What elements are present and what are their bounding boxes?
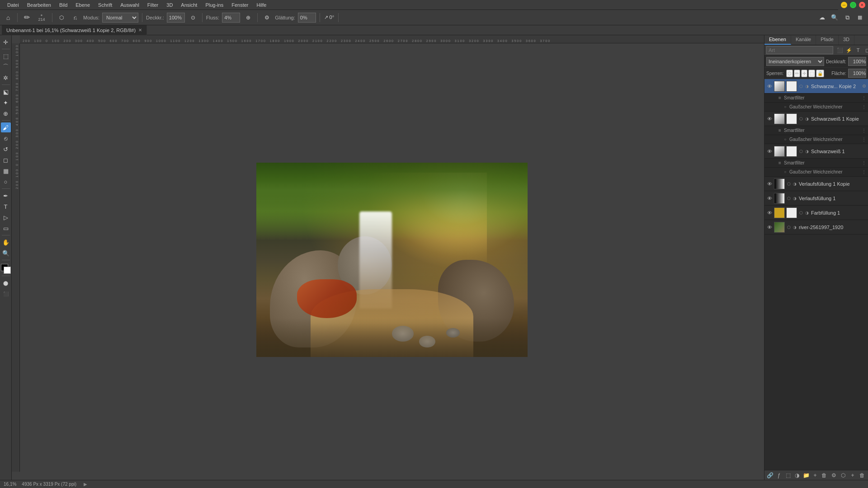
tab-3d[interactable]: 3D bbox=[839, 35, 854, 45]
lock-position-btn[interactable]: ✛ bbox=[801, 70, 807, 77]
opacity-input[interactable] bbox=[848, 57, 866, 66]
menu-bild[interactable]: Bild bbox=[56, 1, 71, 9]
quick-mask-btn[interactable]: ⬤ bbox=[1, 278, 11, 288]
layer-visibility-verlauf-kopie[interactable]: 👁 bbox=[766, 181, 773, 187]
eyedropper-tool[interactable]: ✦ bbox=[1, 98, 11, 108]
layer-item-schwarzw-kopie[interactable]: 👁 ⬡ ◑ Schwarzweiß 1 Kopie bbox=[764, 112, 868, 126]
angle-btn[interactable]: ↗ 0° bbox=[324, 12, 335, 23]
toggle-pressure-btn[interactable]: ⬡ bbox=[56, 12, 67, 23]
rectangular-marquee-tool[interactable]: ⬚ bbox=[1, 51, 11, 61]
close-button[interactable]: ✕ bbox=[859, 2, 865, 8]
layer-item-farbfullung[interactable]: 👁 ⬡ ◑ Farbfüllung 1 bbox=[764, 206, 868, 220]
layer-options-schwarzw-kopie2[interactable]: ⚙ bbox=[862, 84, 866, 89]
pen-tool[interactable]: ✒ bbox=[1, 191, 11, 201]
deckkraft-input[interactable] bbox=[167, 13, 185, 23]
delete-layer-btn[interactable]: 🗑 bbox=[821, 471, 828, 479]
lock-pixels-btn[interactable]: ✏ bbox=[794, 70, 800, 77]
menu-ansicht[interactable]: Ansicht bbox=[177, 1, 201, 9]
brush-tool[interactable]: 🖌 bbox=[1, 122, 11, 132]
menu-schrift[interactable]: Schrift bbox=[94, 1, 116, 9]
arrange-icon[interactable]: ⧉ bbox=[842, 12, 853, 23]
sub-layer-smartfilter-2[interactable]: ≡ Smartfilter ⋮ bbox=[764, 126, 868, 135]
layer-item-river[interactable]: 👁 ⬡ ◑ river-2561997_1920 bbox=[764, 220, 868, 235]
stamp-tool[interactable]: ⎋ bbox=[1, 133, 11, 143]
blend-mode-select[interactable]: Ineinanderkopieren Normal Multiplizieren… bbox=[766, 57, 824, 66]
menu-3d[interactable]: 3D bbox=[163, 1, 176, 9]
menu-filter[interactable]: Filter bbox=[144, 1, 162, 9]
search-icon[interactable]: 🔍 bbox=[829, 12, 840, 23]
menu-bearbeiten[interactable]: Bearbeiten bbox=[24, 1, 55, 9]
zoom-tool[interactable]: 🔍 bbox=[1, 248, 11, 258]
filter-adjust-btn[interactable]: ⚡ bbox=[845, 46, 853, 54]
layer-visibility-farbfullung[interactable]: 👁 bbox=[766, 210, 773, 216]
lock-all-btn[interactable]: 🔒 bbox=[816, 70, 824, 77]
menu-ebene[interactable]: Ebene bbox=[72, 1, 94, 9]
panel-settings-icon3[interactable]: + bbox=[849, 471, 857, 479]
mode-select[interactable]: Normal Multiplizieren Abwedeln bbox=[102, 13, 138, 23]
maximize-button[interactable]: □ bbox=[850, 2, 856, 8]
layer-item-verlauf-kopie[interactable]: 👁 ⬡ ◑ Verlaufsfüllung 1 Kopie bbox=[764, 177, 868, 191]
hand-tool[interactable]: ✋ bbox=[1, 237, 11, 247]
sub-layer-gauss-2[interactable]: ○ Gaußscher Weichzeichner ⋮ bbox=[764, 135, 868, 144]
layer-visibility-river[interactable]: 👁 bbox=[766, 224, 773, 230]
magic-wand-tool[interactable]: ✲ bbox=[1, 73, 11, 83]
home-button[interactable]: ⌂ bbox=[3, 12, 14, 23]
sub-layer-smartfilter-3[interactable]: ≡ Smartfilter ⋮ bbox=[764, 159, 868, 168]
filter-kind-btn[interactable]: ⬛ bbox=[836, 46, 844, 54]
lock-artboard-btn[interactable]: ⬚ bbox=[808, 70, 815, 77]
shape-tool[interactable]: ▭ bbox=[1, 223, 11, 233]
tab-ebenen[interactable]: Ebenen bbox=[764, 35, 791, 45]
flaeche-input[interactable] bbox=[848, 69, 866, 78]
sub-layer-gauss-3[interactable]: ○ Gaußscher Weichzeichner ⋮ bbox=[764, 168, 868, 177]
workspace-icon[interactable]: ▦ bbox=[854, 12, 865, 23]
new-adjustment-btn[interactable]: ◑ bbox=[793, 471, 801, 479]
crop-tool[interactable]: ⬕ bbox=[1, 87, 11, 97]
panel-settings-icon4[interactable]: 🗑 bbox=[858, 471, 866, 479]
tab-close-btn[interactable]: ✕ bbox=[138, 28, 142, 33]
layer-item-verlauf1[interactable]: 👁 ⬡ ◑ Verlaufsfüllung 1 bbox=[764, 191, 868, 206]
eraser-tool[interactable]: ◻ bbox=[1, 155, 11, 165]
cloud-icon[interactable]: ☁ bbox=[816, 12, 827, 23]
sub-layer-gauss-1[interactable]: ○ Gaußscher Weichzeichner ⋮ bbox=[764, 103, 868, 112]
document-tab[interactable]: Unbenannt-1 bei 16,1% (Schwarzweiß 1 Kop… bbox=[2, 25, 147, 35]
brush-tool-icon[interactable]: ✏ bbox=[21, 12, 32, 23]
lock-transparent-btn[interactable]: ⬡ bbox=[786, 70, 793, 77]
layer-visibility-verlauf1[interactable]: 👁 bbox=[766, 195, 773, 202]
minimize-button[interactable]: ─ bbox=[841, 2, 847, 8]
tab-pfade[interactable]: Pfade bbox=[816, 35, 839, 45]
dodge-tool[interactable]: ○ bbox=[1, 177, 11, 187]
move-tool[interactable]: ✛ bbox=[1, 37, 11, 47]
layer-visibility-schwarzw-kopie2[interactable]: 👁 bbox=[766, 83, 773, 89]
fluss-input[interactable] bbox=[222, 13, 240, 23]
glattung-input[interactable] bbox=[298, 13, 316, 23]
sub-layer-smartfilter-1[interactable]: ≡ Smartfilter ⋮ bbox=[764, 94, 868, 103]
history-brush-tool[interactable]: ↺ bbox=[1, 144, 11, 154]
path-select-tool[interactable]: ▷ bbox=[1, 212, 11, 222]
panel-settings-icon1[interactable]: ⚙ bbox=[830, 471, 838, 479]
link-layers-btn[interactable]: 🔗 bbox=[766, 471, 774, 479]
menu-auswahl[interactable]: Auswahl bbox=[117, 1, 143, 9]
healing-brush-tool[interactable]: ⊕ bbox=[1, 108, 11, 118]
layer-search-input[interactable] bbox=[766, 46, 833, 54]
layer-visibility-schwarzw1[interactable]: 👁 bbox=[766, 148, 773, 155]
panel-settings-icon2[interactable]: ⬡ bbox=[839, 471, 847, 479]
mode-icon[interactable]: ⎌ bbox=[70, 12, 80, 23]
filter-type-btn[interactable]: T bbox=[854, 46, 862, 54]
menu-plugins[interactable]: Plug-ins bbox=[202, 1, 227, 9]
tab-kanaele[interactable]: Kanäle bbox=[791, 35, 816, 45]
lasso-tool[interactable]: ⌒ bbox=[1, 62, 11, 72]
gradient-tool[interactable]: ▦ bbox=[1, 166, 11, 176]
add-mask-btn[interactable]: ⬚ bbox=[784, 471, 792, 479]
layer-item-schwarzw1[interactable]: 👁 ⬡ ◑ Schwarzweiß 1 bbox=[764, 144, 868, 159]
deckkraft-icon[interactable]: ⊙ bbox=[188, 12, 198, 23]
screen-mode-btn[interactable]: ⬛ bbox=[1, 289, 11, 299]
smoothing-settings-btn[interactable]: ⚙ bbox=[261, 12, 272, 23]
add-style-btn[interactable]: ƒ bbox=[775, 471, 783, 479]
new-group-btn[interactable]: 📁 bbox=[802, 471, 810, 479]
menu-datei[interactable]: Datei bbox=[4, 1, 23, 9]
new-layer-btn[interactable]: + bbox=[811, 471, 819, 479]
text-tool[interactable]: T bbox=[1, 202, 11, 211]
layer-visibility-schwarzw-kopie[interactable]: 👁 bbox=[766, 116, 773, 122]
background-color[interactable] bbox=[4, 267, 11, 274]
layer-item-schwarzw-kopie2[interactable]: 👁 ⬡ ◑ Schwarzw... Kopie 2 ⚙ bbox=[764, 79, 868, 94]
